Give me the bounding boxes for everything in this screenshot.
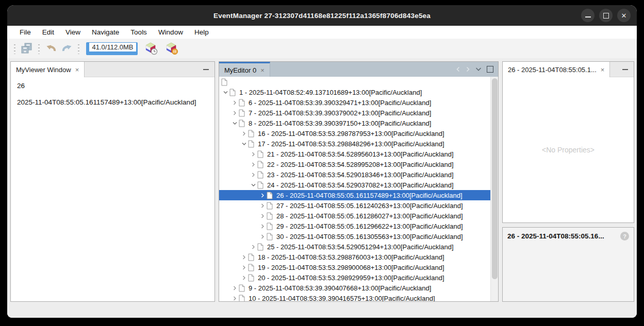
event-pause-button[interactable]: [164, 41, 179, 56]
scroll-left-icon[interactable]: [456, 66, 460, 72]
menu-file[interactable]: File: [14, 28, 37, 36]
chevron-right-icon[interactable]: [230, 100, 239, 106]
toolbar-separator: [38, 43, 40, 54]
menu-view[interactable]: View: [60, 28, 86, 36]
viewer-event-timestamp: 2025-11-04T08:55:05.161157489+13:00[Paci…: [17, 98, 208, 106]
chevron-right-icon[interactable]: [258, 193, 267, 198]
redo-button[interactable]: [59, 41, 74, 56]
tree-row[interactable]: 9 - 2025-11-04T08:53:39.390407668+13:00[…: [219, 283, 491, 293]
event-scheduler-button[interactable]: [143, 41, 159, 56]
close-button[interactable]: ✕: [617, 9, 631, 22]
tab-label: MyEditor 0: [224, 66, 256, 74]
tree-row[interactable]: 26 - 2025-11-04T08:55:05.161157489+13:00…: [219, 190, 491, 200]
menu-edit[interactable]: Edit: [37, 28, 60, 36]
tree-row[interactable]: 6 - 2025-11-04T08:53:39.390329471+13:00[…: [219, 97, 491, 108]
minimize-part-icon[interactable]: [203, 69, 209, 70]
menubar: FileEditViewNavigateToolsWindowHelp: [7, 26, 637, 39]
close-tab-icon[interactable]: ×: [260, 67, 265, 74]
tree-row[interactable]: 23 - 2025-11-04T08:53:54.529018346+13:00…: [219, 169, 491, 180]
chevron-right-icon[interactable]: [249, 172, 257, 178]
chevron-right-icon[interactable]: [258, 224, 267, 229]
maximize-button[interactable]: [599, 9, 613, 22]
tree-row[interactable]: 24 - 2025-11-04T08:53:54.529037082+13:00…: [219, 180, 491, 190]
tree-row[interactable]: 28 - 2025-11-04T08:55:05.161286027+13:00…: [219, 211, 491, 221]
workbench-area: MyViewer Window × 26 2025-11-04T08:55:05…: [7, 58, 637, 318]
scroll-right-icon[interactable]: [466, 66, 470, 72]
chevron-down-icon[interactable]: [249, 182, 257, 188]
chevron-down-icon[interactable]: [230, 121, 239, 126]
toolbar-separator: [13, 43, 16, 54]
chevron-right-icon[interactable]: [249, 244, 257, 250]
tree-row[interactable]: 29 - 2025-11-04T08:55:05.161296622+13:00…: [219, 221, 491, 231]
chevron-right-icon[interactable]: [249, 162, 257, 167]
tree-row[interactable]: 10 - 2025-11-04T08:53:39.390416575+13:00…: [219, 293, 491, 301]
view-menu-chevron-icon[interactable]: [475, 67, 482, 72]
tree-item-label: 7 - 2025-11-04T08:53:39.390379002+13:00[…: [249, 109, 431, 117]
close-tab-icon[interactable]: ×: [601, 66, 605, 73]
close-tab-icon[interactable]: ×: [75, 66, 79, 73]
chevron-right-icon[interactable]: [249, 151, 257, 157]
tree-row[interactable]: 20 - 2025-11-04T08:53:53.298929959+13:00…: [219, 272, 491, 283]
help-icon[interactable]: ?: [620, 232, 629, 241]
tree-item-label: 23 - 2025-11-04T08:53:54.529018346+13:00…: [267, 171, 454, 179]
chevron-right-icon[interactable]: [258, 213, 267, 219]
chevron-right-icon[interactable]: [240, 131, 248, 136]
editor-scrollbar[interactable]: [490, 77, 498, 301]
tab-properties[interactable]: 26 - 2025-11-04T08:55:05.1... ×: [503, 62, 610, 77]
tree-row[interactable]: 27 - 2025-11-04T08:55:05.161240263+13:00…: [219, 200, 491, 211]
chevron-right-icon[interactable]: [230, 110, 239, 116]
document-icon: [248, 253, 254, 261]
chevron-right-icon[interactable]: [240, 254, 248, 260]
tree-item-label: 17 - 2025-11-04T08:53:53.298848296+13:00…: [258, 140, 444, 148]
save-all-icon: [20, 42, 34, 55]
document-icon: [229, 89, 236, 96]
scrollbar-thumb[interactable]: [492, 78, 498, 279]
tree-row[interactable]: 21 - 2025-11-04T08:53:54.528956013+13:00…: [219, 149, 491, 159]
chevron-right-icon[interactable]: [240, 265, 248, 270]
minimize-part-icon[interactable]: [622, 69, 628, 70]
editor-tabbar-icons: [456, 62, 498, 77]
tree-row[interactable]: 25 - 2025-11-04T08:53:54.529051294+13:00…: [219, 242, 491, 252]
tab-myviewer-window[interactable]: MyViewer Window ×: [11, 62, 85, 77]
tree-item-label: 1 - 2025-11-04T08:52:49.137101689+13:00[…: [239, 89, 422, 96]
document-icon: [267, 233, 273, 241]
save-all-button[interactable]: [19, 41, 35, 56]
heap-status-widget[interactable]: 41.0/112.0MB: [86, 42, 138, 55]
window-controls: ✕: [581, 9, 631, 22]
tree-row[interactable]: 30 - 2025-11-04T08:55:05.161305563+13:00…: [219, 231, 491, 242]
tree-row[interactable]: 7 - 2025-11-04T08:53:39.390379002+13:00[…: [219, 108, 491, 118]
menu-tools[interactable]: Tools: [125, 28, 153, 36]
chevron-right-icon[interactable]: [230, 285, 239, 291]
chevron-right-icon[interactable]: [258, 203, 267, 209]
tree-row[interactable]: 22 - 2025-11-04T08:53:54.528995208+13:00…: [219, 159, 491, 169]
chevron-right-icon[interactable]: [258, 234, 267, 239]
tree-row[interactable]: 8 - 2025-11-04T08:53:39.390397150+13:00[…: [219, 118, 491, 128]
chevron-right-icon[interactable]: [230, 296, 239, 301]
document-icon: [239, 109, 245, 117]
chevron-right-icon[interactable]: [240, 275, 248, 281]
menu-window[interactable]: Window: [153, 28, 189, 36]
chevron-down-icon[interactable]: [221, 90, 229, 95]
tree-row[interactable]: 16 - 2025-11-04T08:53:53.298787953+13:00…: [219, 128, 491, 139]
document-icon: [248, 274, 254, 282]
menu-help[interactable]: Help: [189, 28, 214, 36]
tree-row[interactable]: 17 - 2025-11-04T08:53:53.298848296+13:00…: [219, 139, 491, 149]
tree-item-label: 18 - 2025-11-04T08:53:53.298876003+13:00…: [258, 253, 444, 261]
tree-row[interactable]: 1 - 2025-11-04T08:52:49.137101689+13:00[…: [219, 87, 491, 97]
tree-item-label: 21 - 2025-11-04T08:53:54.528956013+13:00…: [267, 150, 454, 158]
app-window: EventManager 27-312307d41168e81225f112a1…: [7, 5, 637, 318]
editor-tabbar: MyEditor 0 ×: [219, 62, 498, 77]
tree-row[interactable]: [219, 77, 491, 87]
close-icon: ✕: [621, 12, 627, 19]
toolbar: 41.0/112.0MB: [7, 39, 637, 58]
tree-row[interactable]: 18 - 2025-11-04T08:53:53.298876003+13:00…: [219, 252, 491, 262]
menu-navigate[interactable]: Navigate: [86, 28, 125, 36]
chevron-down-icon[interactable]: [240, 141, 248, 147]
maximize-icon: [603, 13, 609, 19]
maximize-part-icon[interactable]: [487, 66, 493, 73]
tree-item-label: 25 - 2025-11-04T08:53:54.529051294+13:00…: [267, 243, 454, 251]
minimize-button[interactable]: [581, 9, 595, 22]
undo-button[interactable]: [43, 41, 59, 56]
tab-myeditor-0[interactable]: MyEditor 0 ×: [219, 62, 270, 77]
tree-row[interactable]: 19 - 2025-11-04T08:53:53.298900068+13:00…: [219, 262, 491, 272]
